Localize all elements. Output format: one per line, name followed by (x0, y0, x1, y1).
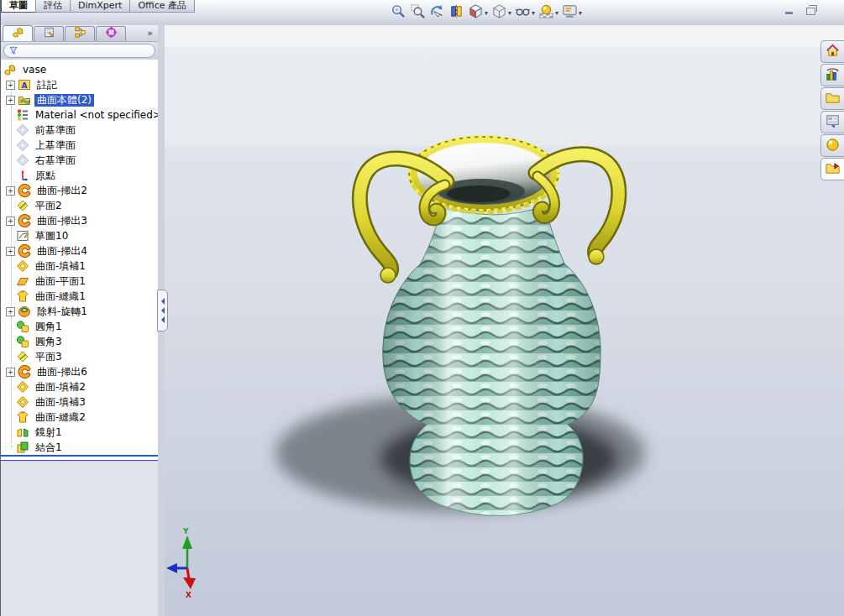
expand-toggle[interactable] (5, 352, 14, 362)
view-toolbar-button[interactable]: ▾ (513, 2, 537, 23)
feature-tree-item[interactable]: 前基準面 (1, 123, 158, 138)
surface-knit-icon (16, 290, 29, 303)
expand-toggle[interactable] (5, 201, 14, 211)
feature-tree-item[interactable]: + 曲面-掃出3 (1, 213, 158, 228)
expand-toggle[interactable] (5, 398, 14, 407)
expand-toggle[interactable] (5, 337, 14, 347)
command-tab[interactable]: Office 產品 (129, 0, 195, 13)
tab-solidworks-resources[interactable] (820, 40, 844, 63)
feature-tree-item[interactable]: 平面2 (1, 198, 158, 213)
graphics-viewport[interactable]: Y X (165, 25, 844, 616)
view-toolbar-button[interactable]: ▾ (560, 2, 584, 23)
expand-toggle[interactable] (5, 383, 14, 392)
expand-toggle[interactable] (5, 443, 14, 452)
expand-toggle[interactable] (5, 111, 14, 120)
feature-tree-item[interactable]: 曲面-填補2 (1, 379, 158, 394)
feature-tree-item[interactable]: 右基準面 (1, 153, 158, 168)
feature-tree-item[interactable]: 圓角3 (1, 334, 158, 349)
feature-tree-item[interactable]: 曲面-填補1 (1, 258, 158, 274)
expand-toggle[interactable]: + (6, 247, 15, 256)
tab-view-palette[interactable] (820, 111, 844, 133)
tab-featuremanager-design-tree[interactable] (3, 25, 33, 41)
view-toolbar-button[interactable] (408, 2, 427, 23)
feature-tree-item[interactable]: 上基準面 (1, 138, 158, 153)
expand-toggle[interactable]: + (6, 96, 15, 105)
view-toolbar-button[interactable] (389, 2, 408, 23)
expand-toggle[interactable] (5, 292, 14, 301)
expand-toggle[interactable] (5, 141, 14, 150)
command-tab[interactable]: 草圖 (1, 0, 36, 13)
feature-tree-item[interactable]: 鏡射1 (1, 425, 158, 440)
view-toolbar-button[interactable] (427, 2, 447, 23)
feature-tree-item[interactable]: + 曲面本體(2) (1, 92, 158, 107)
expand-toggle[interactable] (5, 428, 14, 437)
view-toolbar-button[interactable]: ▾ (490, 2, 513, 23)
fillet-icon (16, 320, 29, 333)
feature-tree-item[interactable]: + 除料-旋轉1 (1, 304, 158, 319)
tab-file-explorer[interactable] (820, 87, 844, 110)
tab-configurationmanager[interactable] (65, 26, 95, 41)
display-style-icon (491, 3, 507, 23)
feature-tree-item[interactable]: 曲面-縫織2 (1, 410, 158, 425)
feature-tree-item[interactable]: + A 註記 (1, 77, 158, 92)
view-toolbar-button[interactable]: ▾ (466, 2, 490, 23)
dropdown-arrow-icon[interactable]: ▾ (508, 9, 511, 17)
view-settings-icon (562, 3, 578, 23)
surface-sweep-icon (18, 184, 31, 197)
dropdown-arrow-icon[interactable]: ▾ (555, 9, 558, 17)
restore[interactable] (803, 3, 818, 16)
close[interactable] (825, 3, 840, 16)
feature-tree-item[interactable]: 曲面-縫織1 (1, 289, 158, 304)
rollback-bar[interactable] (1, 455, 158, 461)
feature-tree-item[interactable]: 平面3 (1, 349, 158, 364)
expand-toggle[interactable] (5, 232, 14, 241)
feature-tree-item[interactable]: 結合1 (1, 440, 158, 455)
expand-toggle[interactable] (5, 262, 14, 271)
feature-tree-item[interactable]: 曲面-填補3 (1, 394, 158, 410)
tab-design-library[interactable] (820, 64, 844, 86)
expand-toggle[interactable]: + (6, 307, 15, 316)
expand-toggle[interactable]: + (6, 186, 15, 196)
panel-collapse-handle[interactable] (157, 290, 168, 331)
design-library-icon (825, 66, 841, 85)
surface-fill-icon (16, 259, 29, 273)
expand-toggle[interactable] (5, 171, 14, 180)
fillet-icon (16, 335, 29, 348)
tab-appearances-scenes[interactable] (820, 134, 844, 157)
command-tab[interactable]: DimXpert (70, 0, 130, 13)
dropdown-arrow-icon[interactable]: ▾ (485, 9, 488, 17)
featuremanager-panel: » vase + A 註記 + 曲面本體(2) (1, 25, 158, 616)
expand-toggle[interactable] (5, 156, 14, 165)
feature-tree-item[interactable]: + 曲面-掃出4 (1, 243, 158, 258)
view-toolbar-button[interactable] (447, 2, 466, 23)
feature-tree-item[interactable]: + 曲面-掃出6 (1, 364, 158, 379)
feature-tree-item[interactable]: 圓角1 (1, 319, 158, 334)
dropdown-arrow-icon[interactable]: ▾ (579, 9, 582, 17)
tab-overflow-chevron[interactable]: » (147, 28, 153, 39)
command-tab[interactable]: 評估 (35, 0, 71, 13)
tree-filter-input[interactable] (3, 44, 155, 58)
tab-dimxpertmanager[interactable] (96, 26, 126, 41)
minimize[interactable] (781, 3, 796, 16)
expand-toggle[interactable] (5, 413, 14, 422)
annotations-icon: A (18, 78, 31, 91)
expand-toggle[interactable]: + (6, 217, 15, 226)
dropdown-arrow-icon[interactable]: ▾ (532, 9, 535, 17)
window-controls (781, 3, 840, 16)
expand-toggle[interactable] (5, 322, 14, 331)
top-toolbar-area: 草圖評估DimXpertOffice 產品 ▾▾▾▾▾ (1, 0, 844, 26)
tab-propertymanager[interactable] (34, 26, 64, 41)
feature-tree-item[interactable]: + 曲面-掃出2 (1, 183, 158, 198)
expand-toggle[interactable] (5, 126, 14, 135)
tab-custom-properties[interactable] (820, 158, 844, 180)
origin-triad: Y X (166, 527, 196, 599)
expand-toggle[interactable]: + (6, 368, 15, 377)
feature-tree-item[interactable]: 草圖10 (1, 228, 158, 243)
feature-tree-item[interactable]: 曲面-平面1 (1, 274, 158, 289)
feature-tree-item[interactable]: vase (1, 62, 158, 77)
feature-tree-item[interactable]: Material <not specified> (1, 107, 158, 123)
view-toolbar-button[interactable]: ▾ (537, 2, 560, 23)
expand-toggle[interactable]: + (6, 81, 15, 90)
expand-toggle[interactable] (5, 277, 14, 286)
feature-tree-item[interactable]: 原點 (1, 168, 158, 183)
